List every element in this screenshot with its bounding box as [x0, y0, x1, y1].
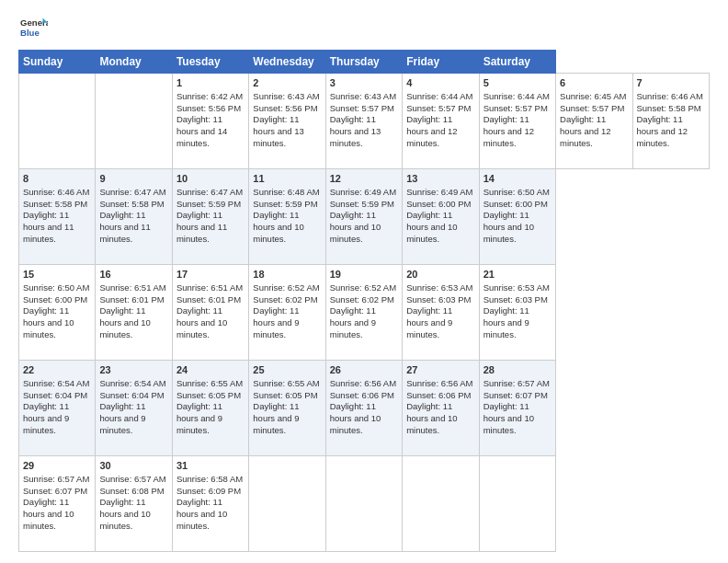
sunrise-text: Sunrise: 6:53 AM	[406, 282, 472, 293]
sunset-text: Sunset: 6:07 PM	[23, 486, 87, 496]
sunrise-text: Sunrise: 6:56 AM	[330, 378, 396, 388]
day-number: 21	[483, 268, 552, 282]
day-number: 3	[330, 76, 398, 90]
day-number: 31	[176, 459, 245, 473]
day-number: 26	[330, 363, 398, 377]
daylight-text: Daylight: 11 hours and 9 minutes.	[176, 401, 222, 435]
sunset-text: Sunset: 5:59 PM	[176, 199, 241, 209]
week-row-4: 22Sunrise: 6:54 AMSunset: 6:04 PMDayligh…	[19, 361, 710, 456]
day-number: 15	[23, 268, 91, 282]
daylight-text: Daylight: 11 hours and 12 minutes.	[406, 114, 457, 148]
calendar-cell: 20Sunrise: 6:53 AMSunset: 6:03 PMDayligh…	[403, 265, 479, 361]
sunset-text: Sunset: 5:56 PM	[253, 103, 317, 113]
calendar-cell: 24Sunrise: 6:55 AMSunset: 6:05 PMDayligh…	[172, 361, 248, 456]
sunset-text: Sunset: 6:06 PM	[330, 390, 394, 400]
calendar-cell: 16Sunrise: 6:51 AMSunset: 6:01 PMDayligh…	[96, 265, 172, 361]
calendar-cell: 5Sunrise: 6:44 AMSunset: 5:57 PMDaylight…	[479, 74, 555, 169]
daylight-text: Daylight: 11 hours and 11 minutes.	[99, 210, 150, 244]
sunset-text: Sunset: 6:04 PM	[23, 390, 87, 400]
calendar-cell: 31Sunrise: 6:58 AMSunset: 6:09 PMDayligh…	[172, 456, 248, 552]
sunrise-text: Sunrise: 6:44 AM	[406, 91, 472, 101]
sunset-text: Sunset: 5:58 PM	[637, 103, 701, 113]
calendar-cell: 30Sunrise: 6:57 AMSunset: 6:08 PMDayligh…	[96, 456, 172, 552]
col-header-saturday: Saturday	[479, 51, 555, 74]
calendar-cell: 14Sunrise: 6:50 AMSunset: 6:00 PMDayligh…	[479, 169, 555, 265]
week-row-5: 29Sunrise: 6:57 AMSunset: 6:07 PMDayligh…	[19, 456, 710, 552]
day-number: 30	[99, 459, 167, 473]
daylight-text: Daylight: 11 hours and 11 minutes.	[176, 210, 227, 244]
day-number: 12	[330, 172, 398, 186]
day-number: 10	[176, 172, 245, 186]
sunrise-text: Sunrise: 6:47 AM	[99, 187, 165, 197]
calendar-cell: 1Sunrise: 6:42 AMSunset: 5:56 PMDaylight…	[172, 74, 248, 169]
daylight-text: Daylight: 11 hours and 9 minutes.	[406, 305, 452, 339]
sunrise-text: Sunrise: 6:49 AM	[330, 187, 396, 197]
sunset-text: Sunset: 5:59 PM	[253, 199, 317, 209]
day-number: 23	[99, 363, 167, 377]
sunrise-text: Sunrise: 6:44 AM	[483, 91, 550, 101]
col-header-sunday: Sunday	[19, 51, 96, 74]
calendar-cell: 13Sunrise: 6:49 AMSunset: 6:00 PMDayligh…	[403, 169, 479, 265]
sunrise-text: Sunrise: 6:57 AM	[23, 474, 89, 484]
daylight-text: Daylight: 11 hours and 9 minutes.	[483, 305, 529, 339]
day-number: 16	[99, 268, 167, 282]
sunrise-text: Sunrise: 6:54 AM	[99, 378, 165, 388]
calendar-cell: 21Sunrise: 6:53 AMSunset: 6:03 PMDayligh…	[479, 265, 555, 361]
sunrise-text: Sunrise: 6:51 AM	[99, 282, 165, 293]
sunset-text: Sunset: 5:57 PM	[483, 103, 548, 113]
logo: General Blue	[18, 15, 48, 40]
sunrise-text: Sunrise: 6:57 AM	[483, 378, 550, 388]
calendar-cell	[96, 74, 172, 169]
daylight-text: Daylight: 11 hours and 12 minutes.	[560, 114, 610, 148]
col-header-monday: Monday	[96, 51, 172, 74]
col-header-friday: Friday	[403, 51, 479, 74]
daylight-text: Daylight: 11 hours and 9 minutes.	[23, 401, 69, 435]
sunrise-text: Sunrise: 6:42 AM	[176, 91, 243, 101]
sunrise-text: Sunrise: 6:55 AM	[253, 378, 319, 388]
header: General Blue	[18, 15, 710, 40]
sunset-text: Sunset: 5:57 PM	[560, 103, 624, 113]
sunset-text: Sunset: 6:05 PM	[176, 390, 241, 400]
day-number: 29	[23, 459, 91, 473]
day-number: 6	[560, 76, 628, 90]
calendar-cell: 26Sunrise: 6:56 AMSunset: 6:06 PMDayligh…	[325, 361, 402, 456]
daylight-text: Daylight: 11 hours and 10 minutes.	[176, 497, 227, 531]
calendar-cell: 8Sunrise: 6:46 AMSunset: 5:58 PMDaylight…	[19, 169, 96, 265]
sunrise-text: Sunrise: 6:51 AM	[176, 282, 243, 293]
sunset-text: Sunset: 6:07 PM	[483, 390, 548, 400]
sunrise-text: Sunrise: 6:52 AM	[253, 282, 319, 293]
sunrise-text: Sunrise: 6:43 AM	[330, 91, 396, 101]
daylight-text: Daylight: 11 hours and 10 minutes.	[406, 210, 457, 244]
calendar-cell	[479, 456, 555, 552]
calendar-cell: 18Sunrise: 6:52 AMSunset: 6:02 PMDayligh…	[249, 265, 325, 361]
sunset-text: Sunset: 6:06 PM	[406, 390, 471, 400]
sunset-text: Sunset: 6:00 PM	[406, 199, 471, 209]
calendar-cell: 28Sunrise: 6:57 AMSunset: 6:07 PMDayligh…	[479, 361, 555, 456]
sunset-text: Sunset: 6:03 PM	[406, 294, 471, 304]
calendar-cell: 19Sunrise: 6:52 AMSunset: 6:02 PMDayligh…	[325, 265, 402, 361]
daylight-text: Daylight: 11 hours and 10 minutes.	[483, 210, 534, 244]
sunrise-text: Sunrise: 6:52 AM	[330, 282, 396, 293]
daylight-text: Daylight: 11 hours and 10 minutes.	[483, 401, 534, 435]
calendar-cell: 10Sunrise: 6:47 AMSunset: 5:59 PMDayligh…	[172, 169, 248, 265]
sunset-text: Sunset: 6:01 PM	[99, 294, 164, 304]
svg-text:Blue: Blue	[20, 28, 40, 38]
calendar-cell: 6Sunrise: 6:45 AMSunset: 5:57 PMDaylight…	[556, 74, 632, 169]
day-number: 17	[176, 268, 245, 282]
day-number: 22	[23, 363, 91, 377]
logo-icon: General Blue	[18, 15, 48, 40]
sunset-text: Sunset: 5:59 PM	[330, 199, 394, 209]
col-header-tuesday: Tuesday	[172, 51, 248, 74]
sunrise-text: Sunrise: 6:49 AM	[406, 187, 472, 197]
day-number: 27	[406, 363, 474, 377]
sunset-text: Sunset: 5:56 PM	[176, 103, 241, 113]
calendar-cell: 12Sunrise: 6:49 AMSunset: 5:59 PMDayligh…	[325, 169, 402, 265]
sunset-text: Sunset: 5:57 PM	[330, 103, 394, 113]
sunrise-text: Sunrise: 6:45 AM	[560, 91, 626, 101]
calendar-cell	[19, 74, 96, 169]
day-number: 24	[176, 363, 245, 377]
calendar-cell: 2Sunrise: 6:43 AMSunset: 5:56 PMDaylight…	[249, 74, 325, 169]
daylight-text: Daylight: 11 hours and 9 minutes.	[330, 305, 376, 339]
calendar-cell: 25Sunrise: 6:55 AMSunset: 6:05 PMDayligh…	[249, 361, 325, 456]
day-number: 1	[176, 76, 245, 90]
